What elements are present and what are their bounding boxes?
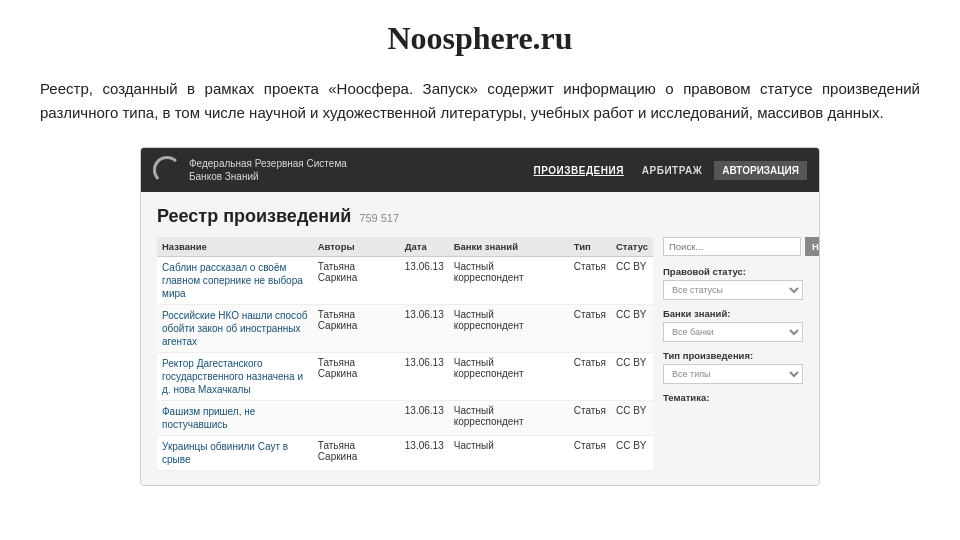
filter-legal-status-label: Правовой статус: (663, 266, 803, 277)
sidebar: НАЙТИ Правовой статус: Все статусы Банки… (663, 237, 803, 471)
table-row: Российские НКО нашли способ обойти закон… (157, 305, 653, 353)
table-row: Украинцы обвинили Саут в срыве Татьяна С… (157, 436, 653, 471)
col-title: Название (157, 237, 313, 257)
col-type: Тип (569, 237, 611, 257)
filter-type-label: Тип произведения: (663, 350, 803, 361)
cell-status: CC BY (611, 257, 653, 305)
description-text: Реестр, созданный в рамках проекта «Ноос… (40, 77, 920, 125)
filter-banks: Банки знаний: Все банки (663, 308, 803, 342)
cell-date: 13.06.13 (400, 353, 449, 401)
col-date: Дата (400, 237, 449, 257)
filter-theme-label: Тематика: (663, 392, 803, 403)
search-input[interactable] (663, 237, 801, 256)
registry-title: Реестр произведений (157, 206, 351, 227)
cell-bank: Частный корреспондент (449, 353, 569, 401)
cell-title[interactable]: Фашизм пришел, не постучавшись (157, 401, 313, 436)
table-row: Ректор Дагестанского государственного на… (157, 353, 653, 401)
cell-type: Статья (569, 401, 611, 436)
cell-author: Татьяна Саркина (313, 436, 400, 471)
cell-type: Статья (569, 353, 611, 401)
table-row: Саблин рассказал о своём главном соперни… (157, 257, 653, 305)
filter-legal-status: Правовой статус: Все статусы (663, 266, 803, 300)
cell-status: CC BY (611, 436, 653, 471)
table-section: Название Авторы Дата Банки знаний Тип Ст… (157, 237, 653, 471)
filter-banks-label: Банки знаний: (663, 308, 803, 319)
cell-date: 13.06.13 (400, 305, 449, 353)
cell-date: 13.06.13 (400, 436, 449, 471)
nav-links: ПРОИЗВЕДЕНИЯ АРБИТРАЖ АВТОРИЗАЦИЯ (357, 161, 807, 180)
registry-header: Реестр произведений 759 517 (157, 206, 803, 227)
col-status: Статус (611, 237, 653, 257)
cell-bank: Частный (449, 436, 569, 471)
col-author: Авторы (313, 237, 400, 257)
nav-logo-text: Федеральная Резервная Система Банков Зна… (189, 157, 347, 183)
cell-title[interactable]: Российские НКО нашли способ обойти закон… (157, 305, 313, 353)
nav-link-works[interactable]: ПРОИЗВЕДЕНИЯ (528, 162, 630, 179)
search-button[interactable]: НАЙТИ (805, 237, 820, 256)
cell-type: Статья (569, 436, 611, 471)
main-content: Реестр произведений 759 517 Название Авт… (141, 192, 819, 485)
cell-author: Татьяна Саркина (313, 257, 400, 305)
cell-bank: Частный корреспондент (449, 305, 569, 353)
cell-bank: Частный корреспондент (449, 401, 569, 436)
cell-status: CC BY (611, 353, 653, 401)
filter-banks-select[interactable]: Все банки (663, 322, 803, 342)
cell-author: Татьяна Саркина (313, 305, 400, 353)
logo-line2: Банков Знаний (189, 170, 347, 183)
cell-title[interactable]: Саблин рассказал о своём главном соперни… (157, 257, 313, 305)
cell-author (313, 401, 400, 436)
nav-logo: Федеральная Резервная Система Банков Зна… (153, 156, 347, 184)
logo-line1: Федеральная Резервная Система (189, 157, 347, 170)
cell-date: 13.06.13 (400, 257, 449, 305)
cell-title[interactable]: Ректор Дагестанского государственного на… (157, 353, 313, 401)
cell-title[interactable]: Украинцы обвинили Саут в срыве (157, 436, 313, 471)
browser-window: Федеральная Резервная Система Банков Зна… (140, 147, 820, 486)
col-bank: Банки знаний (449, 237, 569, 257)
nav-bar: Федеральная Резервная Система Банков Зна… (141, 148, 819, 192)
auth-button[interactable]: АВТОРИЗАЦИЯ (714, 161, 807, 180)
filter-type: Тип произведения: Все типы (663, 350, 803, 384)
table-header-row: Название Авторы Дата Банки знаний Тип Ст… (157, 237, 653, 257)
data-table: Название Авторы Дата Банки знаний Тип Ст… (157, 237, 653, 471)
nav-link-arbitrage[interactable]: АРБИТРАЖ (636, 162, 708, 179)
cell-type: Статья (569, 257, 611, 305)
content-layout: Название Авторы Дата Банки знаний Тип Ст… (157, 237, 803, 471)
logo-icon (153, 156, 181, 184)
filter-legal-status-select[interactable]: Все статусы (663, 280, 803, 300)
cell-date: 13.06.13 (400, 401, 449, 436)
cell-bank: Частный корреспондент (449, 257, 569, 305)
search-row: НАЙТИ (663, 237, 803, 256)
site-title: Noosphere.ru (40, 20, 920, 57)
cell-type: Статья (569, 305, 611, 353)
filter-theme: Тематика: (663, 392, 803, 403)
cell-status: CC BY (611, 305, 653, 353)
registry-count: 759 517 (359, 212, 399, 224)
filter-type-select[interactable]: Все типы (663, 364, 803, 384)
table-row: Фашизм пришел, не постучавшись 13.06.13 … (157, 401, 653, 436)
cell-author: Татьяна Саркина (313, 353, 400, 401)
cell-status: CC BY (611, 401, 653, 436)
